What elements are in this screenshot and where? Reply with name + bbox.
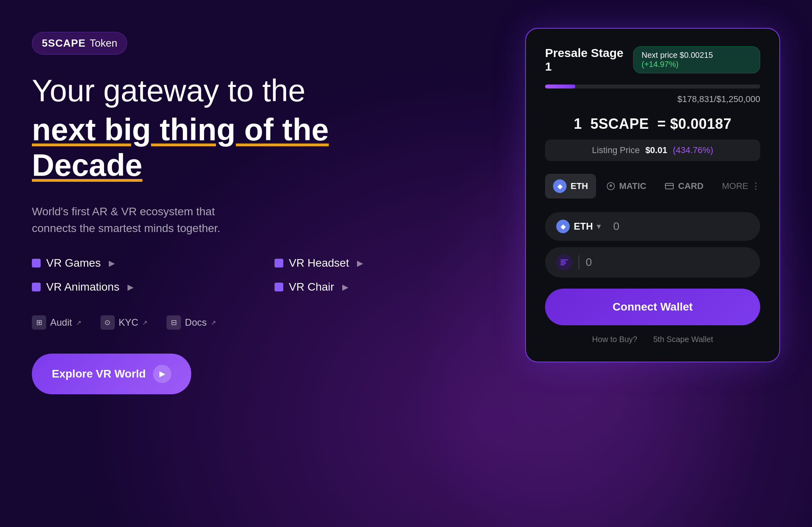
price-qty: 1 xyxy=(574,116,582,132)
tab-matic[interactable]: MATIC xyxy=(598,175,654,197)
explore-label: Explore VR World xyxy=(52,368,146,380)
feature-vr-headset: VR Headset ▶ xyxy=(275,257,493,269)
chevron-down-icon: ▾ xyxy=(597,222,600,231)
external-icon: ↗ xyxy=(142,319,147,326)
tab-card[interactable]: CARD xyxy=(657,175,712,197)
audit-icon: ⊞ xyxy=(32,315,46,330)
links-row: ⊞ Audit ↗ ⊙ KYC ↗ ⊟ Docs ↗ xyxy=(32,315,493,330)
progress-bar-container xyxy=(545,85,760,88)
headline-line1: Your gateway to the xyxy=(32,74,493,108)
presale-title: Presale Stage 1 xyxy=(545,46,633,73)
docs-link[interactable]: ⊟ Docs ↗ xyxy=(167,315,216,330)
explore-vr-world-button[interactable]: Explore VR World ▶ xyxy=(32,354,191,394)
audit-link[interactable]: ⊞ Audit ↗ xyxy=(32,315,81,330)
more-label: MORE xyxy=(722,181,748,191)
headline-line2: next big thing of the xyxy=(32,112,329,147)
logo-suffix: Token xyxy=(90,37,117,49)
eth-label: ETH xyxy=(571,181,588,191)
external-icon: ↗ xyxy=(211,319,216,326)
raised-amount: $178,831 xyxy=(677,94,714,104)
kyc-link[interactable]: ⊙ KYC ↗ xyxy=(100,315,147,330)
kyc-icon: ⊙ xyxy=(100,315,115,330)
logo-badge: 5SCAPE Token xyxy=(32,32,127,55)
page-content: 5SCAPE Token Your gateway to the next bi… xyxy=(0,0,812,527)
listing-change: (434.76%) xyxy=(673,145,714,155)
eth-currency[interactable]: ◆ ETH ▾ xyxy=(556,220,600,233)
feature-label: VR Headset xyxy=(289,257,349,269)
progress-bar-fill xyxy=(545,85,575,88)
presale-header: Presale Stage 1 Next price $0.00215 (+14… xyxy=(545,46,760,73)
price-eq: = $0.00187 xyxy=(657,116,732,132)
external-icon: ↗ xyxy=(76,319,81,326)
more-dots-icon: ⋮ xyxy=(751,181,760,191)
fivescape-input-group xyxy=(545,247,760,277)
connect-wallet-button[interactable]: Connect Wallet xyxy=(545,289,760,325)
price-brand: 5SCAPE xyxy=(590,116,649,132)
feature-arrow: ▶ xyxy=(342,282,348,292)
listing-label: Listing Price xyxy=(592,145,640,155)
play-icon: ▶ xyxy=(153,365,171,383)
svg-rect-1 xyxy=(665,183,673,189)
feature-label: VR Animations xyxy=(46,281,120,293)
feature-dot xyxy=(275,283,283,291)
eth-currency-label: ETH xyxy=(574,221,593,232)
left-section: 5SCAPE Token Your gateway to the next bi… xyxy=(32,24,493,394)
headline-line2-3: next big thing of the Decade xyxy=(32,112,493,183)
card-label: CARD xyxy=(678,181,704,191)
next-price-value: Next price $0.00215 xyxy=(641,51,713,59)
card-icon xyxy=(665,181,674,191)
feature-dot xyxy=(275,259,283,267)
audit-label: Audit xyxy=(50,317,72,328)
matic-icon xyxy=(606,182,615,191)
feature-vr-games: VR Games ▶ xyxy=(32,257,251,269)
presale-widget: Presale Stage 1 Next price $0.00215 (+14… xyxy=(525,28,780,362)
tab-eth[interactable]: ◆ ETH xyxy=(545,174,596,199)
docs-label: Docs xyxy=(185,317,207,328)
eth-amount-input[interactable] xyxy=(613,220,756,233)
fivescape-amount-input[interactable] xyxy=(586,256,749,269)
right-section: Presale Stage 1 Next price $0.00215 (+14… xyxy=(525,24,780,362)
kyc-label: KYC xyxy=(119,317,138,328)
fivescape-selector-icon xyxy=(556,254,572,270)
tab-more[interactable]: MORE ⋮ xyxy=(722,181,760,191)
next-price-badge: Next price $0.00215 (+14.97%) xyxy=(633,46,760,73)
fifth-scape-wallet-link[interactable]: 5th Scape Wallet xyxy=(653,335,713,344)
eth-selector-icon: ◆ xyxy=(556,220,570,233)
matic-label: MATIC xyxy=(619,181,646,191)
next-price-change: (+14.97%) xyxy=(641,60,679,69)
feature-dot xyxy=(32,259,41,267)
progress-amounts: $178,831/$1,250,000 xyxy=(545,94,760,104)
eth-input-group: ◆ ETH ▾ xyxy=(545,212,760,241)
feature-arrow: ▶ xyxy=(357,258,363,268)
features-grid: VR Games ▶ VR Headset ▶ VR Animations ▶ … xyxy=(32,257,493,293)
feature-dot xyxy=(32,283,41,291)
payment-tabs: ◆ ETH MATIC CARD xyxy=(545,174,760,201)
feature-arrow: ▶ xyxy=(127,282,133,292)
input-divider xyxy=(579,255,579,269)
subtext: World's first AR & VR ecosystem that con… xyxy=(32,203,255,237)
feature-vr-chair: VR Chair ▶ xyxy=(275,281,493,293)
feature-label: VR Chair xyxy=(289,281,334,293)
goal-amount: $1,250,000 xyxy=(716,94,760,104)
eth-icon: ◆ xyxy=(553,179,567,193)
how-to-buy-link[interactable]: How to Buy? xyxy=(592,335,637,344)
listing-value: $0.01 xyxy=(645,145,667,155)
price-line: 1 5SCAPE = $0.00187 xyxy=(545,116,760,132)
listing-price-row: Listing Price $0.01 (434.76%) xyxy=(545,140,760,161)
bottom-links: How to Buy? 5th Scape Wallet xyxy=(545,335,760,344)
feature-arrow: ▶ xyxy=(109,258,115,268)
feature-label: VR Games xyxy=(46,257,101,269)
feature-vr-animations: VR Animations ▶ xyxy=(32,281,251,293)
headline-line3: Decade xyxy=(32,147,143,183)
docs-icon: ⊟ xyxy=(167,315,181,330)
logo-brand: 5SCAPE xyxy=(42,37,86,49)
